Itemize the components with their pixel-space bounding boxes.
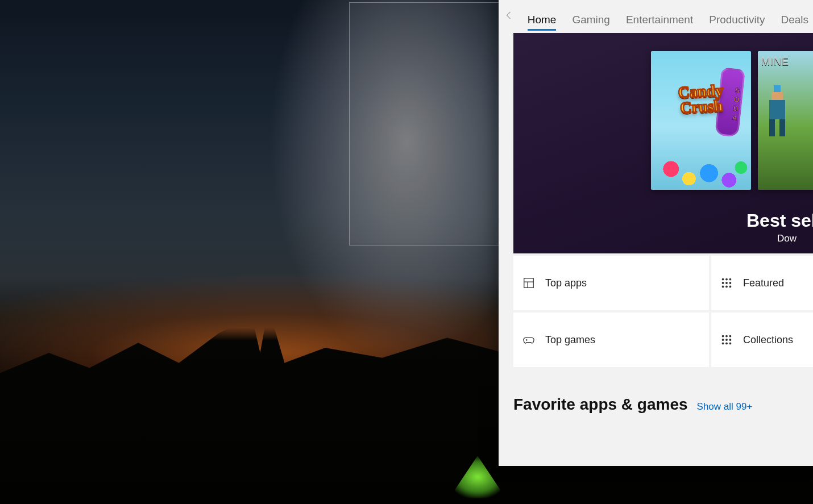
category-label: Top apps xyxy=(545,277,587,289)
svg-point-8 xyxy=(726,286,728,288)
category-label: Featured xyxy=(743,277,784,289)
microsoft-store-window: Home Gaming Entertainment Productivity D… xyxy=(499,0,813,466)
svg-rect-0 xyxy=(524,278,534,288)
svg-point-12 xyxy=(729,335,731,337)
hero-title: Best sel xyxy=(746,210,813,231)
svg-point-1 xyxy=(722,278,724,280)
svg-point-15 xyxy=(729,339,731,341)
tab-deals[interactable]: Deals xyxy=(781,14,808,33)
svg-point-2 xyxy=(726,278,728,280)
tab-gaming[interactable]: Gaming xyxy=(572,14,610,33)
gamepad-icon xyxy=(522,334,535,346)
hero-tiles: Candy Crush MINE xyxy=(651,51,813,190)
tab-home[interactable]: Home xyxy=(528,14,557,33)
svg-point-6 xyxy=(729,282,731,284)
nav-tabs: Home Gaming Entertainment Productivity D… xyxy=(524,0,808,33)
hero-subtitle: Dow xyxy=(777,233,797,244)
svg-point-3 xyxy=(729,278,731,280)
category-label: Collections xyxy=(743,334,793,346)
svg-point-10 xyxy=(722,335,724,337)
hero-tile-minecraft[interactable]: MINE xyxy=(758,51,813,190)
svg-point-18 xyxy=(729,343,731,344)
grid-icon xyxy=(720,277,733,289)
category-featured[interactable]: Featured xyxy=(711,256,813,310)
svg-point-5 xyxy=(726,282,728,284)
svg-point-4 xyxy=(722,282,724,284)
hero-banner[interactable]: Candy Crush MINE Best sel Dow xyxy=(513,33,813,253)
back-arrow-icon xyxy=(504,10,515,23)
grid-icon xyxy=(720,334,733,346)
favorites-title: Favorite apps & games xyxy=(513,395,688,414)
category-top-apps[interactable]: Top apps xyxy=(513,256,709,310)
svg-point-16 xyxy=(722,343,724,344)
tab-entertainment[interactable]: Entertainment xyxy=(626,14,693,33)
svg-point-7 xyxy=(722,286,724,288)
minecraft-logo: MINE xyxy=(761,56,813,68)
category-label: Top games xyxy=(545,334,595,346)
category-collections[interactable]: Collections xyxy=(711,313,813,367)
favorites-show-all-link[interactable]: Show all 99+ xyxy=(697,401,753,413)
favorites-section: Favorite apps & games Show all 99+ xyxy=(513,395,813,414)
svg-point-13 xyxy=(722,339,724,341)
hero-tile-candy-crush[interactable]: Candy Crush xyxy=(651,51,751,190)
category-top-games[interactable]: Top games xyxy=(513,313,709,367)
svg-point-14 xyxy=(726,339,728,341)
candy-crush-logo: Candy Crush xyxy=(657,82,745,116)
svg-point-9 xyxy=(729,286,731,288)
svg-point-17 xyxy=(726,343,728,344)
layout-icon xyxy=(522,277,535,289)
tab-productivity[interactable]: Productivity xyxy=(709,14,765,33)
store-nav-bar: Home Gaming Entertainment Productivity D… xyxy=(499,0,813,33)
category-grid: Top apps Featured Top games Collections xyxy=(513,256,813,367)
svg-point-11 xyxy=(726,335,728,337)
back-button[interactable] xyxy=(503,5,516,28)
desktop-selection-rectangle xyxy=(349,2,499,245)
